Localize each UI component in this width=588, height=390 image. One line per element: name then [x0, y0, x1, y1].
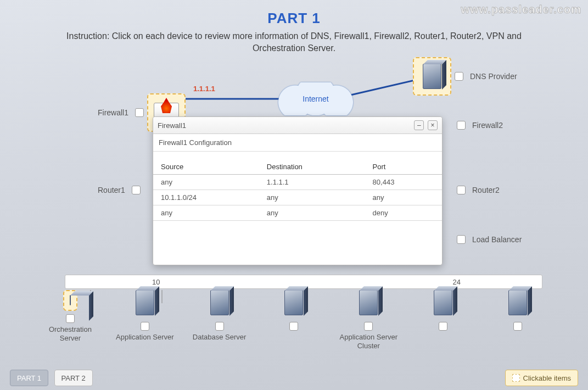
- table-row: any any deny: [153, 205, 442, 221]
- firewall1-checkbox[interactable]: [135, 108, 144, 117]
- cluster-server-3[interactable]: [413, 290, 473, 350]
- device-config-dialog: Firewall1 – × Firewall1 Configuration So…: [153, 116, 443, 265]
- dns-checkbox[interactable]: [455, 72, 463, 81]
- col-source: Source: [153, 159, 259, 175]
- router1-checkbox[interactable]: [132, 186, 141, 194]
- loadbalancer-node: Load Balancer: [453, 234, 525, 245]
- part2-button[interactable]: PART 2: [54, 370, 93, 386]
- dialog-title-text: Firewall1: [158, 121, 186, 130]
- cluster-server-4[interactable]: [488, 290, 548, 350]
- internet-label: Internet: [303, 94, 328, 103]
- dialog-close-button[interactable]: ×: [428, 120, 438, 130]
- router1-label: Router1: [94, 185, 128, 196]
- firewall1-ip: 1.1.1.1: [193, 85, 215, 93]
- cluster-server-2[interactable]: Application Server Cluster: [338, 290, 399, 350]
- server-icon: [136, 290, 154, 315]
- loadbalancer-label: Load Balancer: [469, 234, 525, 245]
- dns-node: DNS Provider: [413, 57, 520, 96]
- clickable-items-button[interactable]: Clickable items: [505, 370, 578, 386]
- application-server-item[interactable]: Application Server: [115, 290, 175, 350]
- cluster4-checkbox[interactable]: [513, 322, 522, 331]
- cluster2-checkbox[interactable]: [364, 322, 373, 331]
- loadbalancer-checkbox[interactable]: [457, 235, 466, 244]
- dialog-minimize-button[interactable]: –: [414, 120, 424, 130]
- dns-label: DNS Provider: [467, 71, 520, 82]
- server-icon: [508, 290, 527, 315]
- clickable-items-label: Clickable items: [523, 374, 571, 382]
- cluster3-checkbox[interactable]: [439, 322, 447, 331]
- database-checkbox[interactable]: [215, 322, 224, 331]
- firewall2-checkbox[interactable]: [457, 121, 466, 130]
- firewall2-node: Firewall2: [453, 120, 506, 131]
- router1-node: Router1: [94, 185, 144, 196]
- col-destination: Destination: [259, 159, 365, 175]
- router2-label: Router2: [469, 185, 503, 196]
- server-icon: [284, 290, 303, 315]
- router2-node: Router2: [453, 185, 503, 196]
- database-server-item[interactable]: Database Server: [189, 290, 250, 350]
- orchestration-label: Orchestration Server: [40, 325, 100, 342]
- cluster1-checkbox[interactable]: [289, 322, 298, 331]
- table-row: any 1.1.1.1 80,443: [153, 175, 442, 190]
- footer-bar: PART 1 PART 2 Clickable items: [0, 366, 588, 390]
- clickable-swatch-icon: [512, 374, 520, 382]
- orchestration-server-item[interactable]: Orchestration Server: [40, 290, 100, 350]
- application-label: Application Server: [116, 333, 174, 342]
- col-port: Port: [365, 159, 442, 175]
- firewall1-label: Firewall1: [94, 107, 132, 118]
- dns-device[interactable]: [413, 57, 451, 96]
- database-label: Database Server: [193, 333, 247, 342]
- instruction-text: Instruction: Click on each device to rev…: [44, 30, 544, 55]
- watermark-text: www.passleader.com: [461, 3, 581, 16]
- server-icon: [434, 290, 452, 315]
- server-icon: [359, 290, 378, 315]
- server-icon: [423, 64, 441, 89]
- orchestration-checkbox[interactable]: [66, 314, 75, 323]
- table-row: 10.1.1.0/24 any any: [153, 190, 442, 205]
- cluster-label: Application Server Cluster: [338, 333, 399, 350]
- application-checkbox[interactable]: [141, 322, 149, 331]
- router2-checkbox[interactable]: [457, 186, 466, 194]
- part1-button[interactable]: PART 1: [10, 370, 48, 386]
- dialog-subtitle: Firewall1 Configuration: [153, 134, 442, 152]
- internet-cloud: Internet: [275, 82, 357, 115]
- firewall2-label: Firewall2: [469, 120, 506, 131]
- server-icon: [210, 290, 229, 315]
- cluster-server-1[interactable]: [264, 290, 324, 350]
- server-row: Orchestration Server Application Server …: [0, 290, 588, 350]
- server-icon: [70, 295, 71, 305]
- firewall-rules-table: Source Destination Port any 1.1.1.1 80,4…: [153, 159, 442, 221]
